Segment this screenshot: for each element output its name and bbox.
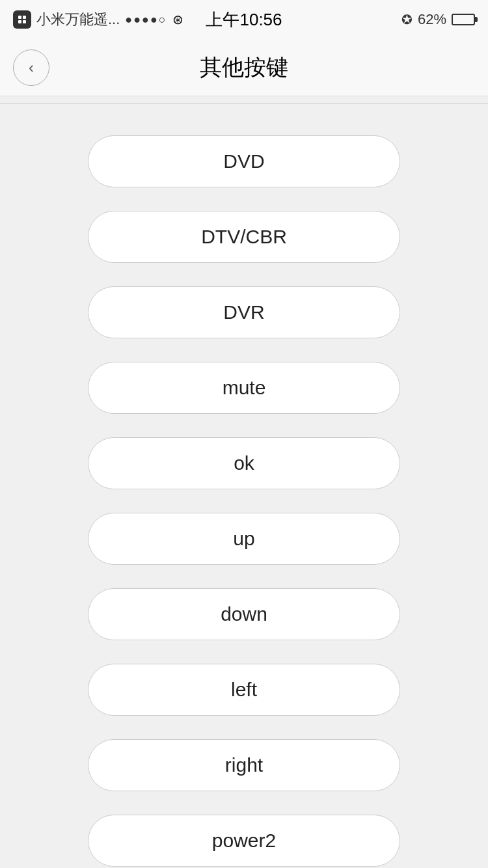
- wifi-icon: ⊛: [172, 12, 183, 27]
- key-button-dtv-cbr[interactable]: DTV/CBR: [88, 211, 400, 263]
- key-button-mute[interactable]: mute: [88, 362, 400, 414]
- key-button-down[interactable]: down: [88, 588, 400, 640]
- button-row-ok: ok: [0, 426, 488, 501]
- button-row-right: right: [0, 727, 488, 803]
- key-button-up[interactable]: up: [88, 513, 400, 565]
- app-icon: [13, 10, 31, 29]
- button-row-down: down: [0, 576, 488, 652]
- button-row-dtv-cbr: DTV/CBR: [0, 199, 488, 275]
- button-row-mute: mute: [0, 350, 488, 426]
- svg-rect-2: [18, 20, 21, 23]
- status-time: 上午10:56: [206, 8, 282, 31]
- key-button-dvd[interactable]: DVD: [88, 135, 400, 187]
- button-row-dvr: DVR: [0, 275, 488, 350]
- bluetooth-icon: ✪: [401, 12, 413, 27]
- key-button-left[interactable]: left: [88, 664, 400, 716]
- top-separator: [0, 103, 488, 104]
- svg-rect-1: [23, 16, 26, 19]
- content-area: [0, 96, 488, 124]
- key-button-ok[interactable]: ok: [88, 437, 400, 489]
- back-chevron-icon: ‹: [29, 60, 34, 75]
- status-bar: 小米万能遥... ●●●●○ ⊛ 上午10:56 ✪ 62%: [0, 0, 488, 39]
- key-button-right[interactable]: right: [88, 739, 400, 791]
- key-button-power2[interactable]: power2: [88, 815, 400, 867]
- button-row-dvd: DVD: [0, 124, 488, 199]
- svg-rect-0: [18, 16, 21, 19]
- status-app-name: 小米万能遥...: [36, 10, 120, 29]
- status-right: ✪ 62%: [401, 11, 475, 28]
- key-button-dvr[interactable]: DVR: [88, 286, 400, 338]
- page-title: 其他按键: [200, 53, 288, 83]
- button-row-power2: power2: [0, 803, 488, 868]
- back-button[interactable]: ‹: [13, 49, 49, 86]
- button-row-left: left: [0, 652, 488, 727]
- signal-dots: ●●●●○: [125, 13, 167, 27]
- status-left: 小米万能遥... ●●●●○ ⊛: [13, 10, 183, 29]
- battery-icon: [452, 14, 475, 25]
- battery-percent: 62%: [418, 11, 446, 28]
- svg-rect-3: [23, 20, 26, 23]
- button-row-up: up: [0, 501, 488, 576]
- nav-bar: ‹ 其他按键: [0, 39, 488, 96]
